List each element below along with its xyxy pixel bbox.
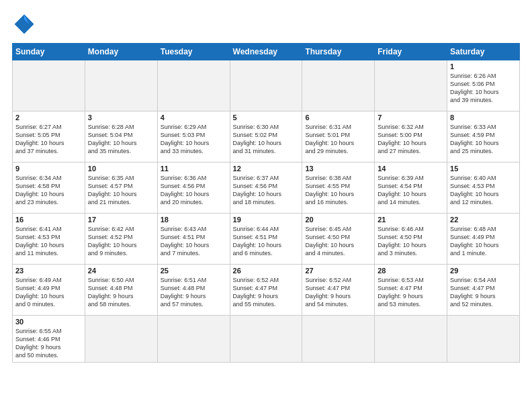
day-number: 3 xyxy=(88,113,154,122)
cell-sun-info: Sunrise: 6:38 AM Sunset: 4:55 PM Dayligh… xyxy=(305,174,371,207)
day-number: 16 xyxy=(15,216,82,224)
cell-sun-info: Sunrise: 6:51 AM Sunset: 4:48 PM Dayligh… xyxy=(161,276,227,309)
calendar-cell xyxy=(230,316,302,363)
day-number: 9 xyxy=(15,165,82,173)
calendar-cell: 24Sunrise: 6:50 AM Sunset: 4:48 PM Dayli… xyxy=(85,265,157,316)
day-number: 1 xyxy=(450,62,517,71)
header xyxy=(12,12,520,36)
calendar-week-row: 9Sunrise: 6:34 AM Sunset: 4:58 PM Daylig… xyxy=(13,163,520,214)
calendar-cell: 28Sunrise: 6:53 AM Sunset: 4:47 PM Dayli… xyxy=(375,265,447,316)
calendar-week-row: 30Sunrise: 6:55 AM Sunset: 4:46 PM Dayli… xyxy=(13,316,520,363)
day-number: 27 xyxy=(305,267,371,275)
calendar-cell: 25Sunrise: 6:51 AM Sunset: 4:48 PM Dayli… xyxy=(157,265,230,316)
day-number: 19 xyxy=(233,216,300,224)
calendar-cell xyxy=(230,60,302,111)
day-number: 21 xyxy=(378,216,444,224)
day-number: 26 xyxy=(233,267,300,275)
calendar-cell: 2Sunrise: 6:27 AM Sunset: 5:05 PM Daylig… xyxy=(13,111,85,163)
calendar-cell: 19Sunrise: 6:44 AM Sunset: 4:51 PM Dayli… xyxy=(230,214,302,265)
calendar-header-friday: Friday xyxy=(375,44,447,60)
calendar-cell: 17Sunrise: 6:42 AM Sunset: 4:52 PM Dayli… xyxy=(85,214,157,265)
calendar-cell: 10Sunrise: 6:35 AM Sunset: 4:57 PM Dayli… xyxy=(85,163,157,214)
calendar-header-tuesday: Tuesday xyxy=(157,44,230,60)
calendar-week-row: 2Sunrise: 6:27 AM Sunset: 5:05 PM Daylig… xyxy=(13,111,520,163)
day-number: 30 xyxy=(15,318,82,326)
calendar-header-thursday: Thursday xyxy=(302,44,375,60)
cell-sun-info: Sunrise: 6:37 AM Sunset: 4:56 PM Dayligh… xyxy=(233,174,300,207)
cell-sun-info: Sunrise: 6:52 AM Sunset: 4:47 PM Dayligh… xyxy=(305,276,371,309)
calendar-header-wednesday: Wednesday xyxy=(230,44,302,60)
calendar-cell: 15Sunrise: 6:40 AM Sunset: 4:53 PM Dayli… xyxy=(447,163,520,214)
calendar-cell: 13Sunrise: 6:38 AM Sunset: 4:55 PM Dayli… xyxy=(302,163,375,214)
cell-sun-info: Sunrise: 6:32 AM Sunset: 5:00 PM Dayligh… xyxy=(378,123,444,156)
day-number: 15 xyxy=(450,165,517,173)
calendar-cell: 5Sunrise: 6:30 AM Sunset: 5:02 PM Daylig… xyxy=(230,111,302,163)
day-number: 12 xyxy=(233,165,300,173)
calendar-cell: 23Sunrise: 6:49 AM Sunset: 4:49 PM Dayli… xyxy=(13,265,85,316)
calendar-table: SundayMondayTuesdayWednesdayThursdayFrid… xyxy=(12,43,520,363)
calendar-cell: 18Sunrise: 6:43 AM Sunset: 4:51 PM Dayli… xyxy=(157,214,230,265)
cell-sun-info: Sunrise: 6:54 AM Sunset: 4:47 PM Dayligh… xyxy=(450,276,517,309)
day-number: 23 xyxy=(15,267,82,275)
cell-sun-info: Sunrise: 6:27 AM Sunset: 5:05 PM Dayligh… xyxy=(15,123,82,156)
cell-sun-info: Sunrise: 6:46 AM Sunset: 4:50 PM Dayligh… xyxy=(378,225,444,258)
calendar-cell: 14Sunrise: 6:39 AM Sunset: 4:54 PM Dayli… xyxy=(375,163,447,214)
day-number: 4 xyxy=(161,113,227,122)
page: SundayMondayTuesdayWednesdayThursdayFrid… xyxy=(0,0,532,411)
calendar-cell: 4Sunrise: 6:29 AM Sunset: 5:03 PM Daylig… xyxy=(157,111,230,163)
calendar-cell: 29Sunrise: 6:54 AM Sunset: 4:47 PM Dayli… xyxy=(447,265,520,316)
day-number: 20 xyxy=(305,216,371,224)
cell-sun-info: Sunrise: 6:36 AM Sunset: 4:56 PM Dayligh… xyxy=(161,174,227,207)
calendar-header-row: SundayMondayTuesdayWednesdayThursdayFrid… xyxy=(13,44,520,60)
calendar-cell: 26Sunrise: 6:52 AM Sunset: 4:47 PM Dayli… xyxy=(230,265,302,316)
cell-sun-info: Sunrise: 6:48 AM Sunset: 4:49 PM Dayligh… xyxy=(450,225,517,258)
day-number: 7 xyxy=(378,113,444,122)
cell-sun-info: Sunrise: 6:53 AM Sunset: 4:47 PM Dayligh… xyxy=(378,276,444,309)
logo xyxy=(12,12,39,36)
calendar-cell xyxy=(302,60,375,111)
calendar-cell xyxy=(302,316,375,363)
cell-sun-info: Sunrise: 6:29 AM Sunset: 5:03 PM Dayligh… xyxy=(161,123,227,156)
day-number: 14 xyxy=(378,165,444,173)
calendar-cell: 30Sunrise: 6:55 AM Sunset: 4:46 PM Dayli… xyxy=(13,316,85,363)
calendar-cell: 8Sunrise: 6:33 AM Sunset: 4:59 PM Daylig… xyxy=(447,111,520,163)
day-number: 24 xyxy=(88,267,154,275)
calendar-header-saturday: Saturday xyxy=(447,44,520,60)
calendar-cell: 27Sunrise: 6:52 AM Sunset: 4:47 PM Dayli… xyxy=(302,265,375,316)
day-number: 5 xyxy=(233,113,300,122)
calendar-header-monday: Monday xyxy=(85,44,157,60)
calendar-cell: 11Sunrise: 6:36 AM Sunset: 4:56 PM Dayli… xyxy=(157,163,230,214)
calendar-cell: 6Sunrise: 6:31 AM Sunset: 5:01 PM Daylig… xyxy=(302,111,375,163)
day-number: 18 xyxy=(161,216,227,224)
calendar-cell xyxy=(85,60,157,111)
cell-sun-info: Sunrise: 6:45 AM Sunset: 4:50 PM Dayligh… xyxy=(305,225,371,258)
calendar-week-row: 1Sunrise: 6:26 AM Sunset: 5:06 PM Daylig… xyxy=(13,60,520,111)
day-number: 8 xyxy=(450,113,517,122)
cell-sun-info: Sunrise: 6:34 AM Sunset: 4:58 PM Dayligh… xyxy=(15,174,82,207)
calendar-cell xyxy=(157,316,230,363)
day-number: 29 xyxy=(450,267,517,275)
calendar-cell: 22Sunrise: 6:48 AM Sunset: 4:49 PM Dayli… xyxy=(447,214,520,265)
day-number: 28 xyxy=(378,267,444,275)
calendar-cell: 3Sunrise: 6:28 AM Sunset: 5:04 PM Daylig… xyxy=(85,111,157,163)
cell-sun-info: Sunrise: 6:30 AM Sunset: 5:02 PM Dayligh… xyxy=(233,123,300,156)
calendar-cell: 20Sunrise: 6:45 AM Sunset: 4:50 PM Dayli… xyxy=(302,214,375,265)
calendar-week-row: 23Sunrise: 6:49 AM Sunset: 4:49 PM Dayli… xyxy=(13,265,520,316)
cell-sun-info: Sunrise: 6:33 AM Sunset: 4:59 PM Dayligh… xyxy=(450,123,517,156)
cell-sun-info: Sunrise: 6:35 AM Sunset: 4:57 PM Dayligh… xyxy=(88,174,154,207)
cell-sun-info: Sunrise: 6:49 AM Sunset: 4:49 PM Dayligh… xyxy=(15,276,82,309)
calendar-cell: 21Sunrise: 6:46 AM Sunset: 4:50 PM Dayli… xyxy=(375,214,447,265)
day-number: 11 xyxy=(161,165,227,173)
calendar-header-sunday: Sunday xyxy=(13,44,85,60)
day-number: 22 xyxy=(450,216,517,224)
calendar-cell: 9Sunrise: 6:34 AM Sunset: 4:58 PM Daylig… xyxy=(13,163,85,214)
cell-sun-info: Sunrise: 6:41 AM Sunset: 4:53 PM Dayligh… xyxy=(15,225,82,258)
calendar-cell: 12Sunrise: 6:37 AM Sunset: 4:56 PM Dayli… xyxy=(230,163,302,214)
cell-sun-info: Sunrise: 6:50 AM Sunset: 4:48 PM Dayligh… xyxy=(88,276,154,309)
day-number: 6 xyxy=(305,113,371,122)
logo-icon xyxy=(12,12,36,36)
calendar-cell xyxy=(157,60,230,111)
day-number: 10 xyxy=(88,165,154,173)
calendar-cell xyxy=(375,60,447,111)
calendar-cell xyxy=(375,316,447,363)
